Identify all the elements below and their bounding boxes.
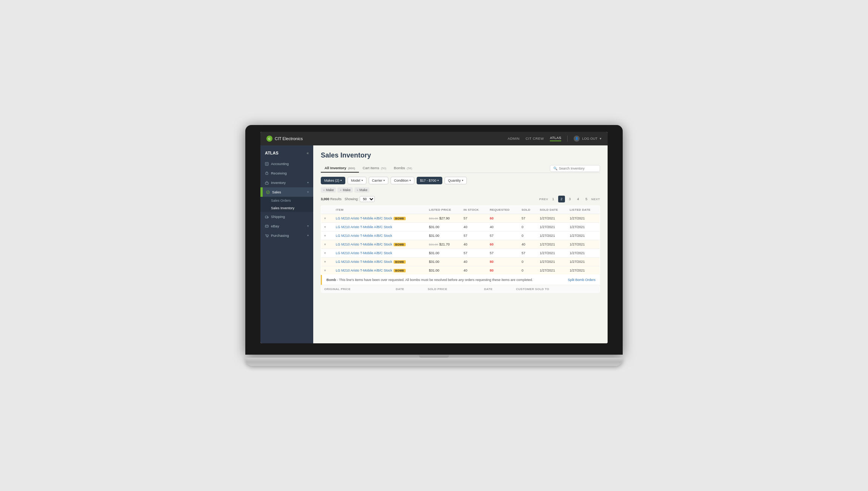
inventory-table: ITEM LISTED PRICE IN STOCK REQUESTED SOL…	[321, 205, 600, 275]
table-row: ▾ LG M210 Aristo T-Mobile A/B/C StockBOM…	[321, 266, 600, 275]
filter-carrier[interactable]: Carrier ▾	[369, 177, 389, 184]
row-expand-4[interactable]: ▾	[321, 249, 333, 258]
row-listeddate-1: 1/27/2021	[566, 223, 600, 232]
sidebar-item-ebay[interactable]: eBay ▾	[260, 221, 313, 231]
accounting-icon	[265, 162, 269, 166]
row-expand-3[interactable]: ▾	[321, 240, 333, 249]
sidebar-label-sales: Sales	[272, 190, 281, 194]
page-3[interactable]: 3	[566, 196, 573, 202]
tab-all-count: (800)	[348, 167, 355, 170]
table-row: ▾ LG M210 Aristo T-Mobile A/B/C StockBOM…	[321, 214, 600, 223]
page-1[interactable]: 1	[550, 196, 557, 202]
nav-user[interactable]: 👤 LOG OUT ▾	[574, 136, 602, 142]
pagination-next[interactable]: NEXT	[591, 198, 600, 201]
row-listeddate-0: 1/27/2021	[566, 214, 600, 223]
page-2[interactable]: 2	[558, 196, 565, 202]
col-solddate: SOLD DATE	[537, 206, 566, 214]
nav-admin[interactable]: ADMIN	[508, 137, 520, 141]
page-title: Sales Inventory	[321, 151, 600, 159]
row-price-2: $31.00	[426, 232, 461, 240]
sales-inventory-label: Sales Inventory	[271, 206, 294, 210]
sidebar-item-shipping[interactable]: Shipping	[260, 212, 313, 221]
col-sold: SOLD	[519, 206, 537, 214]
sales-icon	[266, 190, 270, 194]
page-5[interactable]: 5	[583, 196, 590, 202]
row-requested-5: 80	[487, 258, 519, 266]
table-row: ▾ LG M210 Aristo T-Mobile A/B/C StockBOM…	[321, 240, 600, 249]
tab-cart-label: Cart Items	[363, 166, 379, 170]
row-name-0: LG M210 Aristo T-Mobile A/B/C StockBOMB	[333, 214, 426, 223]
sidebar-item-inventory[interactable]: Inventory ▾	[260, 178, 313, 187]
search-input[interactable]	[559, 167, 597, 170]
sidebar-item-sales[interactable]: Sales ▾	[260, 187, 313, 197]
filter-tag-x-2[interactable]: ×	[357, 188, 359, 192]
sales-orders-label: Sales Orders	[271, 199, 291, 202]
sidebar-item-purchasing[interactable]: Purchasing ▾	[260, 231, 313, 240]
filter-tag-x-1[interactable]: ×	[340, 188, 342, 192]
pagination: PREV 1 2 3 4 5 NEXT	[539, 196, 600, 202]
filter-condition[interactable]: Condition ▾	[391, 177, 414, 184]
row-expand-2[interactable]: ▾	[321, 232, 333, 240]
receiving-icon	[265, 171, 269, 175]
ebay-arrow: ▾	[307, 224, 309, 228]
laptop-notch	[419, 355, 449, 358]
tab-all-label: All Inventory	[325, 166, 346, 170]
row-name-3: LG M210 Aristo T-Mobile A/B/C StockBOMB	[333, 240, 426, 249]
showing-dropdown[interactable]: 50	[360, 196, 375, 202]
row-expand-0[interactable]: ▾	[321, 214, 333, 223]
laptop-container: C CIT Electronics ADMIN CIT CREW ATLAS 👤…	[245, 125, 623, 366]
row-sold-2: 0	[519, 232, 537, 240]
search-box[interactable]: 🔍	[550, 165, 600, 172]
logo-area: C CIT Electronics	[266, 136, 303, 142]
svg-point-7	[266, 218, 266, 218]
col-expand	[321, 206, 333, 214]
inventory-icon	[265, 181, 269, 185]
sidebar-collapse-btn[interactable]: «	[306, 151, 309, 155]
filter-tag-x-0[interactable]: ×	[323, 188, 325, 192]
sidebar-item-receiving[interactable]: Receiving	[260, 168, 313, 178]
table-row: ▾ LG M210 Aristo T-Mobile A/B/C Stock $3…	[321, 249, 600, 258]
split-bomb-orders-link[interactable]: Split Bomb Orders	[568, 278, 596, 282]
tab-bombs-label: Bombs	[394, 166, 405, 170]
row-expand-1[interactable]: ▾	[321, 223, 333, 232]
row-instock-4: 57	[460, 249, 486, 258]
row-requested-2: 57	[487, 232, 519, 240]
filter-tag-label-2: Make	[360, 188, 368, 192]
filter-model[interactable]: Model ▾	[348, 177, 366, 184]
sidebar-item-accounting[interactable]: Accounting	[260, 159, 313, 168]
row-expand-5[interactable]: ▾	[321, 258, 333, 266]
logout-label[interactable]: LOG OUT	[582, 137, 597, 141]
row-sold-1: 0	[519, 223, 537, 232]
pagination-prev[interactable]: PREV	[539, 198, 548, 201]
purchasing-icon	[265, 234, 269, 238]
bomb-badge: BOMB	[394, 269, 405, 272]
row-solddate-2: 1/27/2021	[537, 232, 566, 240]
filter-price[interactable]: $17 - $700 ▾	[417, 177, 442, 184]
filter-tag-label-1: Make	[343, 188, 351, 192]
row-price-1: $31.00	[426, 223, 461, 232]
row-expand-6[interactable]: ▾	[321, 266, 333, 275]
sidebar-sub-sales-orders[interactable]: Sales Orders	[260, 197, 313, 204]
svg-rect-4	[265, 182, 268, 184]
filter-tag-1: × Make	[337, 187, 352, 193]
sidebar: ATLAS « Accounting Receiving	[260, 145, 313, 343]
row-solddate-3: 1/27/2021	[537, 240, 566, 249]
row-instock-0: 57	[460, 214, 486, 223]
tab-bombs[interactable]: Bombs (58)	[390, 164, 416, 173]
sidebar-sub-sales-inventory[interactable]: Sales Inventory	[260, 204, 313, 212]
row-sold-5: 0	[519, 258, 537, 266]
row-price-5: $31.00	[426, 258, 461, 266]
nav-atlas[interactable]: ATLAS	[550, 136, 561, 141]
sidebar-label-receiving: Receiving	[271, 171, 287, 175]
sidebar-label-inventory: Inventory	[271, 181, 286, 185]
filter-quantity[interactable]: Quantity ▾	[445, 177, 467, 184]
tab-all-inventory[interactable]: All Inventory (800)	[321, 164, 359, 173]
ebay-icon	[265, 224, 269, 228]
page-4[interactable]: 4	[575, 196, 582, 202]
filter-makes[interactable]: Makes (2) ▾	[321, 177, 345, 184]
shipping-icon	[265, 215, 269, 219]
screen: C CIT Electronics ADMIN CIT CREW ATLAS 👤…	[260, 132, 608, 343]
tab-cart-items[interactable]: Cart Items (50)	[359, 164, 390, 173]
table-row: ▾ LG M210 Aristo T-Mobile A/B/C StockBOM…	[321, 258, 600, 266]
nav-citcrew[interactable]: CIT CREW	[526, 137, 544, 141]
